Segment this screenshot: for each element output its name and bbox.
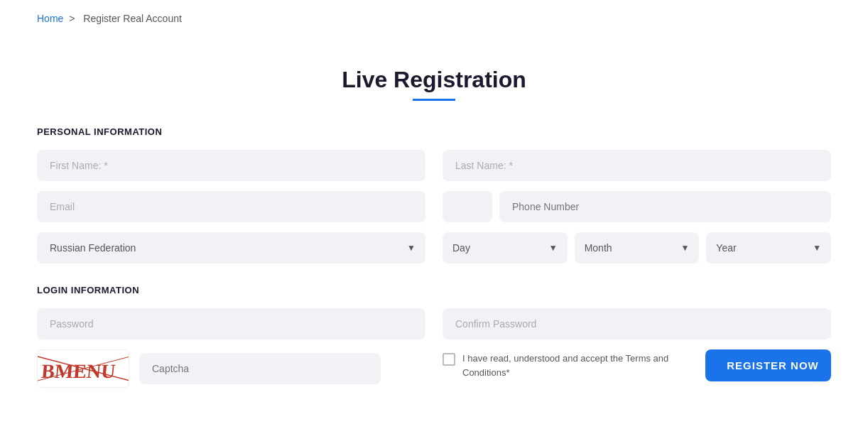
phone-number-input[interactable] — [499, 191, 831, 222]
dob-row: Day 12345 678910 1112131415 1617181920 2… — [443, 232, 831, 264]
form-container: PERSONAL INFORMATION Russian Federation … — [0, 126, 868, 426]
captcha-image: BMENU — [37, 349, 129, 388]
terms-and-register-row: I have read, understood and accept the T… — [443, 349, 831, 381]
login-info-label: LOGIN INFORMATION — [37, 285, 831, 295]
terms-checkbox[interactable] — [443, 353, 455, 366]
login-section: LOGIN INFORMATION BMENU — [37, 285, 831, 388]
day-select[interactable]: Day 12345 678910 1112131415 1617181920 2… — [443, 232, 568, 264]
breadcrumb-current: Register Real Account — [83, 13, 182, 24]
phone-code-input[interactable]: 7 — [443, 191, 492, 222]
month-select-wrapper: Month JanuaryFebruaryMarch AprilMayJune … — [575, 232, 700, 264]
last-name-input[interactable] — [443, 150, 831, 181]
country-select[interactable]: Russian Federation United States United … — [37, 232, 425, 264]
personal-right-col: 7 Day 12345 678910 1112131415 1617181920… — [443, 150, 831, 264]
breadcrumb: Home > Register Real Account — [0, 0, 868, 24]
personal-info-label: PERSONAL INFORMATION — [37, 126, 831, 137]
captcha-row: BMENU — [37, 349, 425, 388]
breadcrumb-home-link[interactable]: Home — [37, 13, 63, 24]
phone-row: 7 — [443, 191, 831, 222]
personal-left-col: Russian Federation United States United … — [37, 150, 425, 264]
login-row: BMENU I have read, understood and accept… — [37, 308, 831, 388]
year-select-wrapper: Year 1980198119821983 1984198519861987 1… — [706, 232, 831, 264]
day-select-wrapper: Day 12345 678910 1112131415 1617181920 2… — [443, 232, 568, 264]
captcha-input[interactable] — [139, 353, 381, 384]
page-title: Live Registration — [0, 45, 868, 99]
terms-row: I have read, understood and accept the T… — [443, 352, 691, 379]
first-name-input[interactable] — [37, 150, 425, 181]
register-button[interactable]: REGISTER NOW — [705, 349, 831, 381]
year-select[interactable]: Year 1980198119821983 1984198519861987 1… — [706, 232, 831, 264]
svg-text:BMENU: BMENU — [40, 360, 116, 382]
personal-info-row: Russian Federation United States United … — [37, 150, 831, 264]
login-right-col: I have read, understood and accept the T… — [443, 308, 831, 388]
terms-text: I have read, understood and accept the T… — [462, 352, 691, 379]
login-left-col: BMENU — [37, 308, 425, 388]
breadcrumb-separator: > — [69, 13, 75, 24]
month-select[interactable]: Month JanuaryFebruaryMarch AprilMayJune … — [575, 232, 700, 264]
password-input[interactable] — [37, 308, 425, 340]
title-underline — [413, 99, 455, 101]
confirm-password-input[interactable] — [443, 308, 831, 340]
email-input[interactable] — [37, 191, 425, 222]
country-select-wrapper: Russian Federation United States United … — [37, 232, 425, 264]
